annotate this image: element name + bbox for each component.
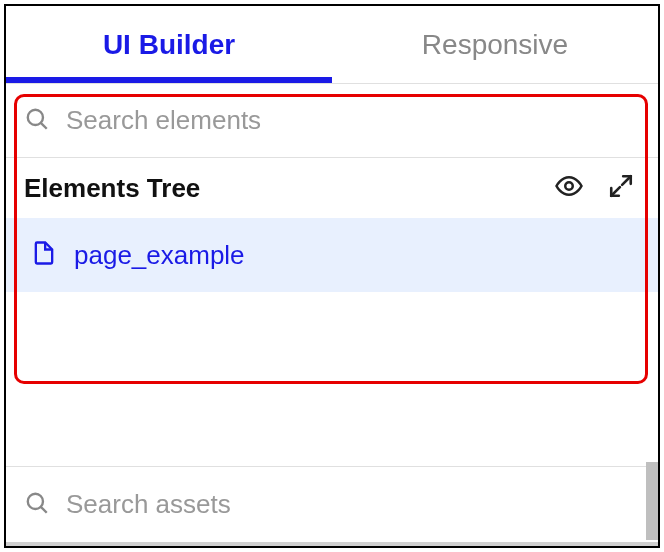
svg-point-0 (28, 109, 43, 124)
visibility-toggle[interactable] (554, 171, 584, 205)
tree-item[interactable]: page_example (6, 218, 658, 292)
elements-tree-title: Elements Tree (24, 173, 530, 204)
search-icon (24, 490, 50, 520)
tab-ui-builder[interactable]: UI Builder (6, 6, 332, 83)
tree-item-label: page_example (74, 240, 245, 271)
search-elements-input[interactable] (66, 105, 640, 136)
search-assets-row (6, 466, 658, 546)
svg-point-2 (565, 182, 573, 190)
search-elements-row (6, 84, 658, 158)
search-icon (24, 106, 50, 136)
elements-tree-header: Elements Tree (6, 158, 658, 218)
svg-line-1 (41, 122, 47, 128)
search-assets-input[interactable] (66, 489, 640, 520)
panel: UI Builder Responsive Elements Tree (4, 4, 660, 548)
expand-icon (608, 173, 634, 203)
tabs: UI Builder Responsive (6, 6, 658, 84)
page-icon (30, 239, 58, 271)
expand-toggle[interactable] (608, 173, 634, 203)
scrollbar-thumb[interactable] (646, 462, 658, 540)
tab-label: UI Builder (103, 29, 235, 61)
tab-responsive[interactable]: Responsive (332, 6, 658, 83)
svg-line-4 (41, 506, 47, 512)
eye-icon (554, 171, 584, 205)
svg-point-3 (28, 493, 43, 508)
tab-label: Responsive (422, 29, 568, 61)
